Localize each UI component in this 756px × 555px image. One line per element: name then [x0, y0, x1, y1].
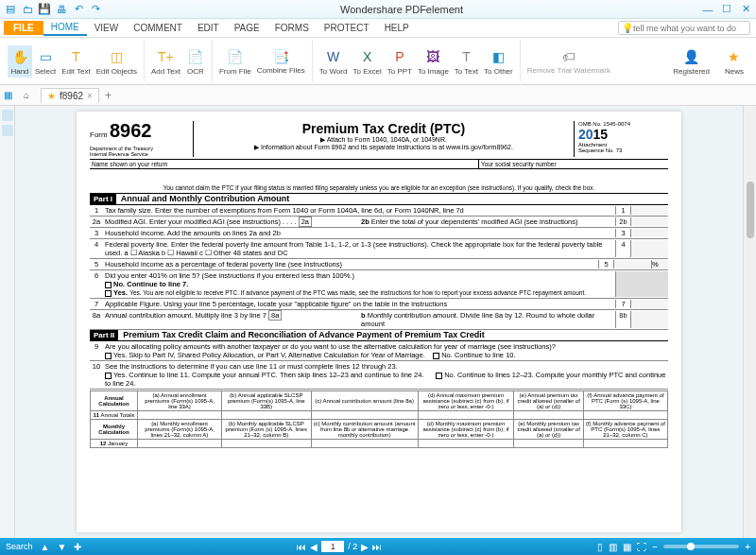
left-sidebar: [0, 106, 15, 538]
tab-close-icon[interactable]: ×: [87, 91, 93, 101]
to-excel-button[interactable]: XTo Excel: [350, 45, 384, 78]
redo-icon[interactable]: ↷: [89, 3, 102, 16]
menu-edit[interactable]: EDIT: [190, 21, 227, 35]
view-two-icon[interactable]: ▦: [623, 542, 631, 552]
form-title: Premium Tax Credit (PTC): [198, 121, 570, 136]
combine-button[interactable]: 📑Combine Files: [254, 45, 308, 78]
help-search[interactable]: 💡: [618, 21, 750, 35]
add-text-icon: T+: [156, 47, 175, 66]
open-icon[interactable]: 🗀: [21, 3, 34, 16]
edit-objects-button[interactable]: ◫Edit Objects: [94, 45, 140, 78]
menu-view[interactable]: VIEW: [87, 21, 127, 35]
vertical-scrollbar[interactable]: [743, 106, 756, 538]
prev-page-icon[interactable]: ◀: [310, 542, 318, 552]
edit-text-icon: T: [67, 47, 86, 66]
edit-text-button[interactable]: TEdit Text: [59, 45, 94, 78]
from-file-icon: 📄: [226, 47, 245, 66]
pdf-page: Form 8962 Department of the Treasury Int…: [77, 112, 681, 532]
help-search-input[interactable]: [633, 24, 747, 33]
view-cont-icon[interactable]: ▥: [609, 542, 617, 552]
view-single-icon[interactable]: ▯: [597, 542, 603, 552]
zoom-out-icon[interactable]: −: [652, 542, 658, 552]
fit-icon[interactable]: ⛶: [637, 542, 646, 552]
menu-help[interactable]: HELP: [377, 21, 417, 35]
bulb-icon: 💡: [622, 23, 633, 33]
maximize-icon[interactable]: ☐: [720, 3, 733, 16]
zoom-slider[interactable]: [663, 545, 739, 548]
combine-icon: 📑: [271, 47, 290, 66]
app-title: Wondershare PDFelement: [102, 4, 701, 15]
to-other-button[interactable]: ◧To Other: [481, 45, 516, 78]
thumbnail-panel-icon[interactable]: [2, 110, 13, 121]
user-icon: 👤: [682, 47, 701, 66]
bookmark-panel-icon[interactable]: [2, 125, 13, 136]
page-total: / 2: [348, 542, 357, 551]
first-page-icon[interactable]: ⏮: [297, 542, 306, 552]
image-icon: 🖼: [423, 47, 442, 66]
menu-protect[interactable]: PROTECT: [317, 21, 377, 35]
edit-objects-icon: ◫: [107, 47, 126, 66]
menu-comment[interactable]: COMMENT: [126, 21, 190, 35]
menu-home[interactable]: HOME: [43, 20, 87, 36]
app-icon: ▤: [4, 3, 17, 16]
document-tab-label: f8962: [60, 91, 83, 101]
document-tab[interactable]: ★ f8962 ×: [41, 88, 99, 103]
remove-watermark-button[interactable]: 🏷Remove Trial Watermark: [524, 45, 613, 77]
menu-forms[interactable]: FORMS: [267, 21, 317, 35]
add-text-button[interactable]: T+Add Text: [148, 45, 183, 78]
new-tab-button[interactable]: +: [105, 89, 112, 102]
ppt-icon: P: [390, 47, 409, 66]
nav-down-icon[interactable]: ▼: [57, 542, 66, 552]
print-icon[interactable]: 🖶: [55, 3, 68, 16]
last-page-icon[interactable]: ⏭: [372, 542, 382, 552]
word-icon: W: [324, 47, 343, 66]
hand-icon: ✋: [10, 47, 29, 66]
hand-button[interactable]: ✋Hand: [8, 45, 32, 78]
star-icon: ★: [725, 47, 744, 66]
watermark-icon: 🏷: [559, 47, 578, 66]
to-word-button[interactable]: WTo Word: [317, 45, 351, 78]
registered-button[interactable]: 👤Registered: [670, 45, 713, 78]
other-icon: ◧: [489, 47, 507, 66]
status-search-label[interactable]: Search: [6, 542, 33, 551]
save-icon[interactable]: 💾: [38, 3, 51, 16]
nav-up-icon[interactable]: ▲: [41, 542, 50, 552]
select-icon: ▭: [36, 47, 55, 66]
text-icon: T: [456, 47, 475, 66]
zoom-in-icon[interactable]: +: [745, 542, 750, 552]
to-ppt-button[interactable]: PTo PPT: [385, 45, 415, 78]
from-file-button[interactable]: 📄From File: [216, 45, 254, 78]
news-button[interactable]: ★News: [722, 45, 747, 78]
menu-page[interactable]: PAGE: [227, 21, 267, 35]
warning-text: You cannot claim the PTC if your filing …: [90, 182, 668, 194]
select-button[interactable]: ▭Select: [32, 45, 59, 78]
next-page-icon[interactable]: ▶: [361, 542, 369, 552]
excel-icon: X: [358, 47, 377, 66]
calculation-table: Annual Calculation(a) Annual enrollment …: [90, 390, 668, 448]
panel-toggle-icon[interactable]: ▦: [4, 90, 12, 100]
home-tab-icon[interactable]: ⌂: [18, 87, 35, 104]
menu-file[interactable]: FILE: [4, 21, 43, 35]
undo-icon[interactable]: ↶: [72, 3, 85, 16]
ocr-button[interactable]: 📄OCR: [183, 45, 208, 78]
page-number-input[interactable]: [321, 541, 344, 552]
nav-plus-icon[interactable]: ✚: [74, 542, 81, 552]
to-text-button[interactable]: TTo Text: [452, 45, 481, 78]
minimize-icon[interactable]: —: [701, 3, 714, 16]
close-icon[interactable]: ✕: [739, 3, 752, 16]
ocr-icon: 📄: [186, 47, 205, 66]
favorite-icon: ★: [47, 91, 56, 101]
dept-label: Department of the Treasury Internal Reve…: [90, 146, 189, 157]
to-image-button[interactable]: 🖼To Image: [415, 45, 452, 78]
